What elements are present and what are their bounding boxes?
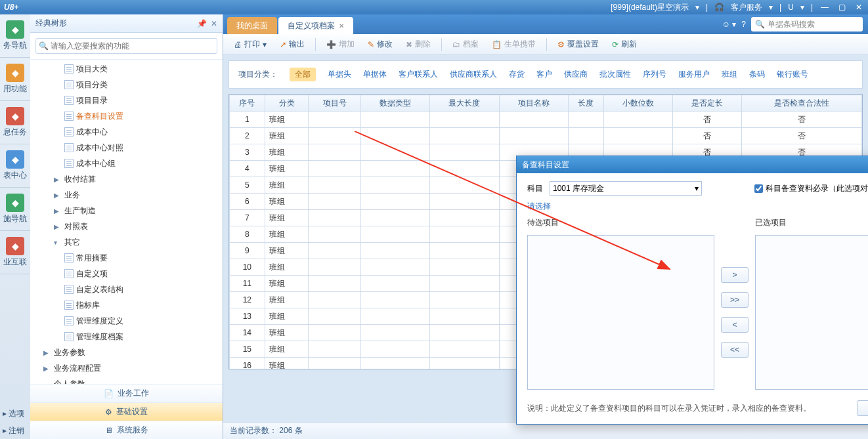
twisty-icon[interactable]: ▶ [54, 176, 62, 183]
move-all-left-button[interactable]: << [721, 342, 749, 358]
tab-close-icon[interactable]: ✕ [339, 22, 344, 30]
pin-icon[interactable]: 📌 [197, 19, 207, 28]
col-header[interactable]: 是否定长 [672, 95, 741, 112]
service-dropdown-icon[interactable]: ▾ [769, 3, 773, 12]
tab-desktop[interactable]: 我的桌面 [227, 17, 277, 34]
category-link[interactable]: 单据头 [328, 69, 351, 80]
nav-cell[interactable]: ◆息任务 [0, 101, 30, 144]
tree-node[interactable]: ▶业务参数 [30, 345, 223, 360]
category-link[interactable]: 全部 [290, 68, 316, 81]
category-link[interactable]: 序列号 [643, 69, 666, 80]
required-checkbox[interactable] [754, 184, 763, 193]
col-header[interactable]: 是否检查合法性 [742, 95, 862, 112]
tree-node[interactable]: ▶生产制造 [30, 203, 223, 219]
category-link[interactable]: 供应商联系人 [450, 69, 497, 80]
col-header[interactable]: 小数位数 [603, 95, 672, 112]
category-link[interactable]: 银行账号 [777, 69, 808, 80]
tree-node[interactable]: ▾其它 [30, 234, 223, 250]
tree-node[interactable]: 成本中心 [30, 124, 223, 140]
twisty-icon[interactable]: ▾ [54, 239, 62, 246]
tree-node[interactable]: ▶业务流程配置 [30, 360, 223, 376]
delete-button[interactable]: ✖删除 [401, 37, 436, 52]
twisty-icon[interactable]: ▶ [54, 223, 62, 230]
tree-node[interactable]: 成本中心组 [30, 156, 223, 171]
u-dropdown-icon[interactable]: ▾ [800, 3, 804, 12]
move-left-button[interactable]: < [721, 317, 749, 333]
move-all-right-button[interactable]: >> [721, 292, 749, 308]
tree-node[interactable]: 项目目录 [30, 93, 223, 108]
tree-node[interactable]: 自定义表结构 [30, 282, 223, 297]
col-header[interactable]: 长度 [568, 95, 603, 112]
category-link[interactable]: 客户 [536, 69, 552, 80]
nav-cell[interactable]: ◆施导航 [0, 188, 30, 231]
u-label[interactable]: U [788, 3, 794, 12]
tree-node[interactable]: 管理维度档案 [30, 329, 223, 345]
required-checkbox-label[interactable]: 科目备查资料必录（此选项对整个账套起作用） [754, 183, 868, 194]
tree-node[interactable]: 个人参数 [30, 376, 223, 384]
category-link[interactable]: 条码 [749, 69, 765, 80]
col-header[interactable]: 最大长度 [430, 95, 499, 112]
add-button[interactable]: ➕增加 [321, 37, 360, 52]
col-header[interactable]: 序号 [230, 95, 265, 112]
category-link[interactable]: 供应商 [564, 69, 588, 80]
help-icon[interactable]: ? [741, 20, 746, 29]
logout-link[interactable]: ▸ 注销 [0, 422, 30, 439]
please-select-link[interactable]: 请选择 [527, 201, 868, 212]
output-button[interactable]: ↗输出 [274, 37, 310, 52]
tree-node[interactable]: ▶对照表 [30, 219, 223, 234]
move-right-button[interactable]: > [721, 267, 749, 283]
category-link[interactable]: 客户联系人 [399, 69, 438, 80]
twisty-icon[interactable]: ▶ [54, 207, 62, 215]
cover-button[interactable]: ⚙覆盖设置 [552, 37, 604, 52]
category-link[interactable]: 服务用户 [678, 69, 710, 80]
refresh-button[interactable]: ⟳刷新 [607, 37, 642, 52]
footer-tab-sys[interactable]: 🖥系统服务 [30, 421, 223, 439]
tree-node[interactable]: 常用摘要 [30, 250, 223, 266]
tree-node[interactable]: ▶业务 [30, 187, 223, 203]
edit-button[interactable]: ✎修改 [362, 37, 398, 52]
tree-node[interactable]: 项目分类 [30, 77, 223, 93]
nav-cell[interactable]: ◆用功能 [0, 58, 30, 101]
category-link[interactable]: 单据体 [363, 69, 387, 80]
footer-tab-work[interactable]: 📄业务工作 [30, 384, 223, 402]
minimize-button[interactable]: — [819, 2, 830, 12]
options-link[interactable]: ▸ 选项 [0, 405, 30, 422]
subject-combo[interactable]: 1001 库存现金▾ [550, 181, 702, 196]
category-link[interactable]: 存货 [509, 69, 525, 80]
account-info[interactable]: [999](default)星空演示 [611, 2, 689, 13]
col-header[interactable]: 项目名称 [499, 95, 568, 112]
tree-node[interactable]: 成本中心对照 [30, 140, 223, 156]
tree-node[interactable]: 指标库 [30, 297, 223, 313]
nav-cell[interactable]: ◆表中心 [0, 144, 30, 188]
tree-node[interactable]: ▶收付结算 [30, 171, 223, 187]
selected-listbox[interactable] [755, 235, 868, 390]
barcode-search[interactable]: 🔍 单据条码搜索 [751, 17, 863, 31]
close-button[interactable]: ✕ [854, 2, 864, 12]
account-dropdown-icon[interactable]: ▾ [695, 3, 699, 12]
tree-close-icon[interactable]: ✕ [211, 19, 217, 28]
print-button[interactable]: 🖨打印▾ [228, 37, 272, 52]
col-header[interactable]: 项目号 [309, 95, 361, 112]
category-link[interactable]: 批次属性 [599, 69, 631, 80]
smile-icon[interactable]: ☺ ▾ [722, 20, 737, 29]
table-row[interactable]: 1班组否否 [230, 112, 862, 128]
tree-search-input[interactable] [35, 38, 217, 54]
category-link[interactable]: 班组 [722, 69, 737, 80]
tree-node[interactable]: 管理维度定义 [30, 313, 223, 329]
tree-node[interactable]: 备查科目设置 [30, 108, 223, 124]
tree-node[interactable]: 自定义项 [30, 266, 223, 282]
customer-service[interactable]: 客户服务 [731, 2, 762, 13]
twisty-icon[interactable]: ▶ [43, 349, 51, 356]
ok-button[interactable]: 确定 [857, 400, 868, 416]
table-row[interactable]: 2班组否否 [230, 128, 862, 144]
nav-cell[interactable]: ◆务导航 [0, 14, 30, 58]
tab-customitem[interactable]: 自定义项档案✕ [278, 17, 353, 34]
tree-node[interactable]: 项目大类 [30, 61, 223, 77]
twisty-icon[interactable]: ▶ [54, 192, 62, 199]
portable-button[interactable]: 📋生单携带 [487, 37, 541, 52]
twisty-icon[interactable]: ▶ [43, 365, 51, 372]
nav-cell[interactable]: ◆业互联 [0, 231, 30, 274]
footer-tab-base[interactable]: ⚙基础设置 [30, 402, 223, 421]
col-header[interactable]: 分类 [265, 95, 309, 112]
archive-button[interactable]: 🗂档案 [447, 37, 484, 52]
